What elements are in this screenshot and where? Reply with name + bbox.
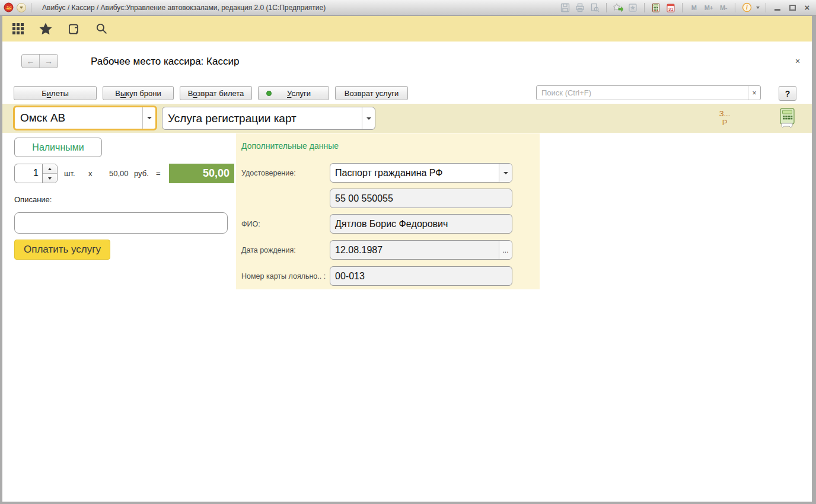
print-icon[interactable] [575,2,585,13]
divider [735,3,735,12]
svg-text:i: i [746,4,748,11]
back-icon[interactable]: ← [22,55,40,68]
memory-plus-button[interactable]: M+ [703,2,714,13]
equals-sign: = [156,164,161,183]
date-picker-button[interactable]: ... [499,241,512,259]
id-number-field[interactable]: 55 00 550055 [330,189,512,208]
birth-date-label: Дата рождения: [241,246,296,254]
tab-services-label: Услуги [287,89,311,98]
search-box: × [536,85,761,100]
fiscal-status-label: З... Р [708,109,741,127]
divider [31,3,31,12]
loyalty-card-field[interactable]: 00-013 [330,266,512,286]
additional-data-panel: Дополнительные данные Удостоверение: Пас… [236,133,540,289]
tab-tickets[interactable]: Билеты [14,86,97,100]
service-value: Услуга регистрации карт [162,107,362,129]
birth-date-value: 12.08.1987 [330,241,499,259]
fio-label: ФИО: [241,220,260,228]
price-value: 50,00 [109,164,129,183]
save-icon[interactable] [560,2,570,13]
star-icon[interactable] [37,20,55,38]
app-toolbar [2,16,812,42]
station-combobox[interactable]: Омск АВ [13,106,157,130]
search-input[interactable] [537,86,748,100]
info-icon[interactable]: i [741,2,752,13]
print-preview-icon[interactable] [589,2,600,13]
total-amount: 50,00 [169,164,234,183]
service-combobox[interactable]: Услуга регистрации карт [162,107,375,130]
tab-ticket-return[interactable]: Возврат билета [180,86,252,100]
stepper-buttons [42,164,57,183]
app-icon[interactable]: 1c [4,2,14,12]
multiply-sign: x [88,164,93,183]
unit-label: шт. [64,164,75,183]
fiscal-line2: Р [708,118,741,127]
divider [644,3,645,12]
add-favorite-icon[interactable] [613,2,623,13]
nav-history-group: ← → [21,54,58,68]
tab-services[interactable]: Услуги [258,86,329,100]
form-workspace: ← → Рабочее место кассира: Кассир × Биле… [2,42,812,502]
memory-minus-button[interactable]: M- [718,2,729,13]
fio-value: Дятлов Борис Фeдорович [330,215,512,233]
close-icon[interactable]: × [802,2,812,13]
loyalty-card-value: 00-013 [330,267,512,285]
tab-service-return[interactable]: Возврат услуги [335,86,408,100]
page-title: Рабочее место кассира: Кассир [91,56,239,68]
id-type-label: Удостоверение: [241,169,296,177]
favorites-icon[interactable] [627,2,638,13]
svg-text:1c: 1c [7,5,12,10]
additional-data-heading: Дополнительные данные [241,141,339,151]
spin-down-icon[interactable] [43,174,57,183]
dropdown-icon[interactable] [499,164,512,182]
search-clear-icon[interactable]: × [748,86,760,100]
loyalty-card-label: Номер карты лояльно.. : [241,272,326,280]
calculator-icon[interactable] [651,2,661,13]
id-type-combobox[interactable]: Паспорт гражданина РФ [330,163,512,183]
memory-recall-button[interactable]: M [689,2,699,13]
id-type-value: Паспорт гражданина РФ [330,164,499,182]
window-titlebar: 1c Авибус / Кассир / Авибус:Управление а… [0,0,816,15]
dropdown-icon[interactable] [362,107,375,129]
currency-label: руб. [134,164,149,183]
help-button[interactable]: ? [779,86,796,101]
description-label: Описание: [14,195,52,204]
svg-text:31: 31 [668,6,673,11]
dropdown-icon[interactable] [142,107,155,129]
service-bar: Омск АВ Услуга регистрации карт З... Р [2,104,812,133]
divider [766,3,766,12]
maximize-icon[interactable] [787,2,798,13]
window-title: Авибус / Кассир / Авибус:Управление авто… [42,4,326,12]
birth-date-field[interactable]: 12.08.1987 ... [330,240,512,260]
divider [606,3,607,12]
minimize-icon[interactable] [772,2,783,13]
cash-register-icon[interactable] [776,107,798,129]
main-menu-dropdown-icon[interactable] [17,3,26,12]
calendar-icon[interactable]: 31 [665,2,676,13]
quantity-stepper[interactable]: 1 [14,164,58,183]
history-icon[interactable] [65,20,82,38]
form-close-icon[interactable]: × [795,56,800,66]
id-number-value: 55 00 550055 [330,189,512,208]
forward-icon[interactable]: → [40,55,58,68]
station-value: Омск АВ [15,107,142,129]
grid-menu-icon[interactable] [9,20,27,38]
info-dropdown-icon[interactable] [756,7,760,9]
tab-booking-buyout[interactable]: Выкуп брони [103,86,174,100]
quantity-value: 1 [15,164,42,183]
service-indicator-icon [266,91,272,96]
description-input[interactable] [14,212,228,234]
pay-service-button[interactable]: Оплатить услугу [14,240,110,260]
fiscal-line1: З... [708,109,741,118]
divider [682,3,683,12]
spin-up-icon[interactable] [43,164,57,174]
payment-method-button[interactable]: Наличными [14,138,102,157]
search-icon[interactable] [93,20,110,38]
fio-field[interactable]: Дятлов Борис Фeдорович [330,214,512,234]
